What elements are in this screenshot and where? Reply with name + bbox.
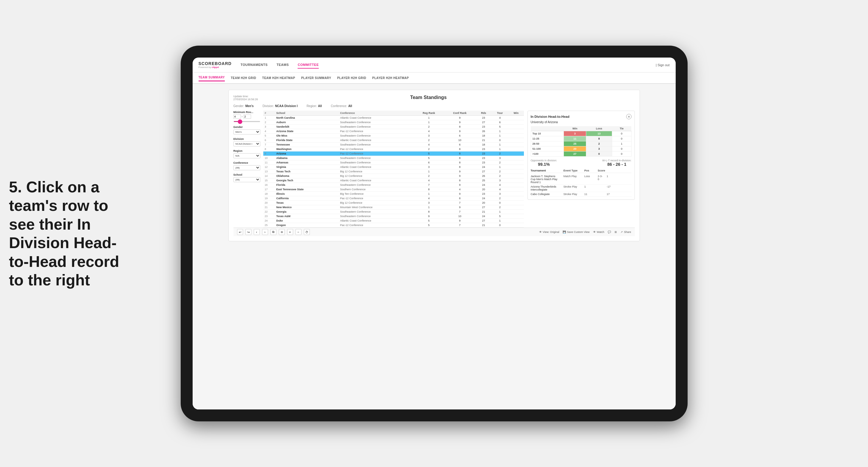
col-conf-rank: Conf Rank: [444, 111, 475, 116]
cell-win: [508, 138, 524, 143]
table-row[interactable]: 22 Georgia Southeastern Conference 8 7 2…: [263, 210, 524, 214]
table-row[interactable]: 20 Texas Big 12 Conference 3 7 20 0: [263, 201, 524, 205]
table-row[interactable]: 17 East Tennessee State Southern Confere…: [263, 187, 524, 192]
table-row[interactable]: 12 Virginia Atlantic Coast Conference 3 …: [263, 165, 524, 169]
cell-rank: 15: [263, 178, 275, 183]
tournament-row[interactable]: Arizona Thunderbirds Intercollegiate Str…: [531, 185, 631, 192]
tournament-row[interactable]: Cabo Collegiate Stroke Play 11 17: [531, 192, 631, 196]
comments-button[interactable]: 💬: [608, 230, 611, 234]
table-row[interactable]: 21 New Mexico Mountain West Conference 1…: [263, 205, 524, 210]
cell-tour: 5: [491, 214, 508, 219]
table-row[interactable]: 7 Tennessee Southeastern Conference 4 6 …: [263, 143, 524, 147]
min-rounds-input[interactable]: [234, 115, 241, 119]
table-row[interactable]: 2 Auburn Southeastern Conference 1 9 27 …: [263, 120, 524, 125]
cell-conf-rank: 9: [444, 192, 475, 196]
sign-out-link[interactable]: | Sign out: [656, 63, 670, 67]
table-row[interactable]: 13 Texas Tech Big 12 Conference 1 9 27 2: [263, 169, 524, 174]
cell-school: Texas A&M: [275, 214, 338, 219]
cell-conference: Southeastern Conference: [338, 143, 414, 147]
cell-school: Duke: [275, 219, 338, 223]
table-row[interactable]: 19 California Pac-12 Conference 4 8 24 2: [263, 196, 524, 201]
table-row[interactable]: 4 Arizona State Pac-12 Conference 4 9 26…: [263, 129, 524, 134]
cell-tour: 1: [491, 165, 508, 169]
table-row[interactable]: 14 Oklahoma Big 12 Conference 2 9 26 2: [263, 174, 524, 178]
table-row[interactable]: 8 Washington Pac-12 Conference 2 8 23 1: [263, 147, 524, 152]
nav-tournaments[interactable]: TOURNAMENTS: [241, 61, 268, 69]
cell-win: [508, 223, 524, 227]
table-row[interactable]: 9 Arizona Pac-12 Conference 5 8 23 2: [263, 152, 524, 156]
step-forward-button[interactable]: ›: [262, 229, 268, 235]
min-rounds-slider[interactable]: [234, 121, 260, 122]
cell-rank: 8: [263, 147, 275, 152]
min-rounds-max-input[interactable]: [244, 115, 251, 119]
cell-win: [508, 125, 524, 129]
table-row[interactable]: 6 Florida State Atlantic Coast Conferenc…: [263, 138, 524, 143]
h2h-row: 26-50 25 2 1: [531, 142, 631, 147]
cell-win: [508, 129, 524, 134]
table-row[interactable]: 11 Arkansas Southeastern Conference 6 8 …: [263, 160, 524, 165]
top-nav: SCOREBOARD Powered by clippd TOURNAMENTS…: [193, 58, 676, 72]
cell-conf-rank: 7: [444, 223, 475, 227]
content-area: Minimum Rou... - Gender: [234, 111, 635, 227]
subnav-player-h2h-grid[interactable]: PLAYER H2H GRID: [337, 75, 367, 81]
cell-reg-rank: 9: [414, 214, 444, 219]
subnav-team-h2h-grid[interactable]: TEAM H2H GRID: [231, 75, 256, 81]
save-custom-label: Save Custom View: [567, 230, 589, 234]
tournament-section: Tournament Event Type Pos Score Jackson …: [531, 169, 631, 196]
watch-button[interactable]: 👁 Watch: [593, 230, 604, 234]
table-row[interactable]: 5 Ole Miss Southeastern Conference 3 6 1…: [263, 134, 524, 138]
conference-select[interactable]: (All): [234, 165, 260, 170]
share-button[interactable]: ↗ Share: [621, 230, 631, 234]
table-row[interactable]: 10 Alabama Southeastern Conference 5 8 2…: [263, 156, 524, 160]
plus-button[interactable]: +: [287, 229, 293, 235]
nav-teams[interactable]: TEAMS: [276, 61, 289, 69]
h2h-range-cell: >100: [531, 152, 564, 157]
h2h-row: 51-100 20 3 0: [531, 147, 631, 152]
table-row[interactable]: 18 Illinois Big Ten Conference 1 9 23 3: [263, 192, 524, 196]
cell-reg-rank: 1: [414, 192, 444, 196]
step-back-button[interactable]: ‹: [254, 229, 260, 235]
school-select[interactable]: (All): [234, 177, 260, 182]
undo-button[interactable]: ↩: [237, 229, 243, 235]
minus-button[interactable]: −: [296, 229, 302, 235]
cell-win: [508, 116, 524, 120]
cell-school: Texas: [275, 201, 338, 205]
redo-button[interactable]: ↪: [245, 229, 251, 235]
table-row[interactable]: 15 Georgia Tech Atlantic Coast Conferenc…: [263, 178, 524, 183]
cell-conference: Pac-12 Conference: [338, 147, 414, 152]
grid-button[interactable]: ⊞: [615, 230, 617, 234]
cell-tour: 1: [491, 210, 508, 214]
cell-rds: 23: [475, 192, 491, 196]
h2h-loss-cell: 13: [586, 131, 612, 136]
cell-conference: Atlantic Coast Conference: [338, 219, 414, 223]
opponents-value: 99.1%: [531, 162, 557, 167]
cell-conf-rank: 9: [444, 120, 475, 125]
region-select[interactable]: N/A: [234, 153, 260, 158]
cell-conf-rank: 9: [444, 169, 475, 174]
cell-conference: Southeastern Conference: [338, 125, 414, 129]
table-row[interactable]: 25 Oregon Pac-12 Conference 5 7 21 0: [263, 223, 524, 227]
table-row[interactable]: 1 North Carolina Atlantic Coast Conferen…: [263, 116, 524, 120]
h2h-range-cell: 26-50: [531, 142, 564, 147]
view-original-button[interactable]: 👁 View: Original: [539, 230, 559, 234]
tournament-row[interactable]: Jackson T. Stephens Cup Men's Match Play…: [531, 174, 631, 185]
table-row[interactable]: 24 Duke Atlantic Coast Conference 5 9 27…: [263, 219, 524, 223]
nav-committee[interactable]: COMMITTEE: [298, 61, 319, 69]
division-select[interactable]: NCAA Division I: [234, 142, 260, 147]
cell-rds: 24: [475, 196, 491, 201]
subnav-player-summary[interactable]: PLAYER SUMMARY: [301, 75, 331, 81]
copy-button[interactable]: ⧉: [271, 229, 276, 235]
time-button[interactable]: ⏱: [304, 229, 310, 235]
subnav-team-summary[interactable]: TEAM SUMMARY: [198, 74, 225, 82]
h2h-close-button[interactable]: ✕: [626, 114, 631, 119]
table-row[interactable]: 3 Vanderbilt Southeastern Conference 2 8…: [263, 125, 524, 129]
subnav-team-h2h-heatmap[interactable]: TEAM H2H HEATMAP: [262, 75, 295, 81]
subnav-player-h2h-heatmap[interactable]: PLAYER H2H HEATMAP: [372, 75, 409, 81]
t-header-result: Pos: [584, 169, 595, 172]
paste-button[interactable]: ⧈: [279, 229, 285, 235]
save-custom-button[interactable]: 💾 Save Custom View: [563, 230, 589, 234]
table-row[interactable]: 23 Texas A&M Southeastern Conference 9 1…: [263, 214, 524, 219]
top-nav-links: TOURNAMENTS TEAMS COMMITTEE: [241, 61, 656, 69]
table-row[interactable]: 16 Florida Southeastern Conference 7 9 2…: [263, 183, 524, 187]
gender-select[interactable]: Men's: [234, 129, 260, 134]
